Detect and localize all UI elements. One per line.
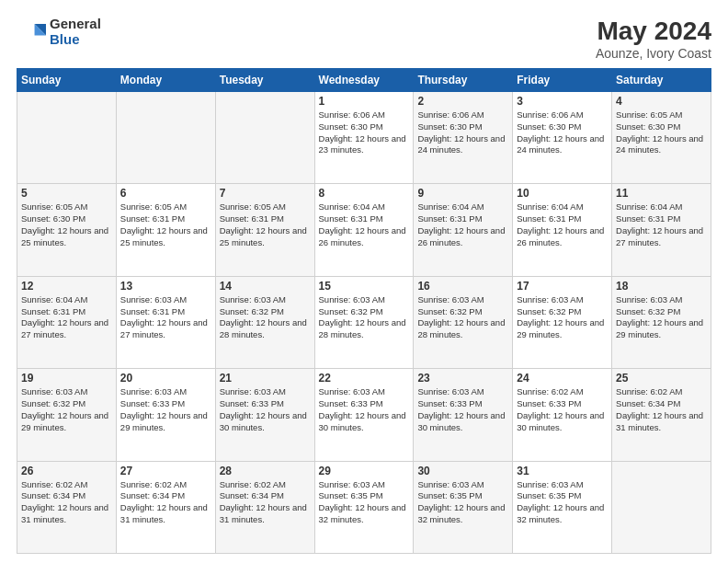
day-number: 21 [220,372,311,385]
calendar-cell [612,461,711,553]
calendar-cell: 3Sunrise: 6:06 AM Sunset: 6:30 PM Daylig… [513,92,612,184]
day-info: Sunrise: 6:03 AM Sunset: 6:35 PM Dayligh… [417,479,508,526]
logo-text: General Blue [50,17,101,47]
calendar-cell: 28Sunrise: 6:02 AM Sunset: 6:34 PM Dayli… [215,461,314,553]
calendar-cell: 1Sunrise: 6:06 AM Sunset: 6:30 PM Daylig… [314,92,414,184]
calendar-cell: 17Sunrise: 6:03 AM Sunset: 6:32 PM Dayli… [513,276,612,368]
calendar-cell: 23Sunrise: 6:03 AM Sunset: 6:33 PM Dayli… [414,369,513,461]
day-info: Sunrise: 6:05 AM Sunset: 6:31 PM Dayligh… [120,201,211,248]
calendar-cell: 31Sunrise: 6:03 AM Sunset: 6:35 PM Dayli… [513,461,612,553]
day-info: Sunrise: 6:04 AM Sunset: 6:31 PM Dayligh… [319,201,410,248]
page: General Blue May 2024 Aounze, Ivory Coas… [0,0,728,563]
day-number: 1 [319,95,410,108]
day-number: 20 [120,372,211,385]
day-info: Sunrise: 6:02 AM Sunset: 6:33 PM Dayligh… [517,386,608,433]
day-number: 28 [220,465,311,477]
logo-general: General [50,17,101,32]
day-info: Sunrise: 6:03 AM Sunset: 6:33 PM Dayligh… [319,386,410,433]
weekday-header: Thursday [414,69,513,92]
day-info: Sunrise: 6:02 AM Sunset: 6:34 PM Dayligh… [220,479,311,526]
day-number: 16 [417,280,508,293]
day-number: 6 [120,187,211,200]
day-number: 4 [616,95,707,108]
day-number: 9 [417,187,508,200]
day-info: Sunrise: 6:03 AM Sunset: 6:33 PM Dayligh… [220,386,311,433]
title-block: May 2024 Aounze, Ivory Coast [596,17,711,61]
location: Aounze, Ivory Coast [596,46,711,61]
day-info: Sunrise: 6:02 AM Sunset: 6:34 PM Dayligh… [616,386,707,433]
day-number: 17 [517,280,608,293]
day-info: Sunrise: 6:03 AM Sunset: 6:33 PM Dayligh… [417,386,508,433]
day-info: Sunrise: 6:03 AM Sunset: 6:31 PM Dayligh… [120,294,211,341]
day-info: Sunrise: 6:03 AM Sunset: 6:32 PM Dayligh… [417,294,508,341]
calendar-week-row: 1Sunrise: 6:06 AM Sunset: 6:30 PM Daylig… [17,92,711,184]
day-info: Sunrise: 6:03 AM Sunset: 6:32 PM Dayligh… [517,294,608,341]
calendar-cell: 7Sunrise: 6:05 AM Sunset: 6:31 PM Daylig… [215,184,314,276]
calendar-cell: 5Sunrise: 6:05 AM Sunset: 6:30 PM Daylig… [17,184,117,276]
calendar-cell: 6Sunrise: 6:05 AM Sunset: 6:31 PM Daylig… [116,184,215,276]
calendar-cell: 18Sunrise: 6:03 AM Sunset: 6:32 PM Dayli… [612,276,711,368]
day-number: 13 [120,280,211,293]
calendar-cell: 24Sunrise: 6:02 AM Sunset: 6:33 PM Dayli… [513,369,612,461]
calendar-cell: 19Sunrise: 6:03 AM Sunset: 6:32 PM Dayli… [17,369,117,461]
day-info: Sunrise: 6:02 AM Sunset: 6:34 PM Dayligh… [21,479,112,526]
calendar-table: SundayMondayTuesdayWednesdayThursdayFrid… [17,68,711,554]
day-number: 30 [417,465,508,477]
day-info: Sunrise: 6:05 AM Sunset: 6:30 PM Dayligh… [616,109,707,156]
day-info: Sunrise: 6:04 AM Sunset: 6:31 PM Dayligh… [616,201,707,248]
weekday-header: Sunday [17,69,117,92]
calendar-cell [116,92,215,184]
day-number: 2 [417,95,508,108]
calendar-cell: 8Sunrise: 6:04 AM Sunset: 6:31 PM Daylig… [314,184,414,276]
day-info: Sunrise: 6:03 AM Sunset: 6:32 PM Dayligh… [21,386,112,433]
day-info: Sunrise: 6:05 AM Sunset: 6:30 PM Dayligh… [21,201,112,248]
calendar-cell: 16Sunrise: 6:03 AM Sunset: 6:32 PM Dayli… [414,276,513,368]
day-number: 19 [21,372,112,385]
weekday-header: Monday [116,69,215,92]
day-number: 24 [517,372,608,385]
day-info: Sunrise: 6:04 AM Sunset: 6:31 PM Dayligh… [517,201,608,248]
day-info: Sunrise: 6:06 AM Sunset: 6:30 PM Dayligh… [417,109,508,156]
calendar-cell: 25Sunrise: 6:02 AM Sunset: 6:34 PM Dayli… [612,369,711,461]
day-number: 12 [21,280,112,293]
calendar-cell [215,92,314,184]
calendar-cell: 4Sunrise: 6:05 AM Sunset: 6:30 PM Daylig… [612,92,711,184]
weekday-header: Friday [513,69,612,92]
day-info: Sunrise: 6:04 AM Sunset: 6:31 PM Dayligh… [21,294,112,341]
calendar-cell: 20Sunrise: 6:03 AM Sunset: 6:33 PM Dayli… [116,369,215,461]
weekday-header: Tuesday [215,69,314,92]
calendar-week-row: 26Sunrise: 6:02 AM Sunset: 6:34 PM Dayli… [17,461,711,553]
calendar-cell: 22Sunrise: 6:03 AM Sunset: 6:33 PM Dayli… [314,369,414,461]
calendar-cell: 2Sunrise: 6:06 AM Sunset: 6:30 PM Daylig… [414,92,513,184]
calendar-week-row: 5Sunrise: 6:05 AM Sunset: 6:30 PM Daylig… [17,184,711,276]
logo-blue: Blue [50,32,101,48]
day-info: Sunrise: 6:04 AM Sunset: 6:31 PM Dayligh… [417,201,508,248]
calendar-cell: 30Sunrise: 6:03 AM Sunset: 6:35 PM Dayli… [414,461,513,553]
calendar-cell: 11Sunrise: 6:04 AM Sunset: 6:31 PM Dayli… [612,184,711,276]
day-number: 10 [517,187,608,200]
calendar-cell: 27Sunrise: 6:02 AM Sunset: 6:34 PM Dayli… [116,461,215,553]
calendar-cell: 10Sunrise: 6:04 AM Sunset: 6:31 PM Dayli… [513,184,612,276]
day-number: 27 [120,465,211,477]
day-number: 15 [319,280,410,293]
calendar-cell: 14Sunrise: 6:03 AM Sunset: 6:32 PM Dayli… [215,276,314,368]
calendar-cell [17,92,117,184]
day-info: Sunrise: 6:06 AM Sunset: 6:30 PM Dayligh… [517,109,608,156]
day-number: 3 [517,95,608,108]
calendar-cell: 15Sunrise: 6:03 AM Sunset: 6:32 PM Dayli… [314,276,414,368]
calendar-cell: 13Sunrise: 6:03 AM Sunset: 6:31 PM Dayli… [116,276,215,368]
day-info: Sunrise: 6:03 AM Sunset: 6:35 PM Dayligh… [319,479,410,526]
calendar-week-row: 19Sunrise: 6:03 AM Sunset: 6:32 PM Dayli… [17,369,711,461]
day-info: Sunrise: 6:03 AM Sunset: 6:35 PM Dayligh… [517,479,608,526]
day-number: 11 [616,187,707,200]
day-info: Sunrise: 6:03 AM Sunset: 6:32 PM Dayligh… [616,294,707,341]
day-number: 5 [21,187,112,200]
main-title: May 2024 [596,17,711,46]
calendar-cell: 29Sunrise: 6:03 AM Sunset: 6:35 PM Dayli… [314,461,414,553]
day-info: Sunrise: 6:06 AM Sunset: 6:30 PM Dayligh… [319,109,410,156]
header: General Blue May 2024 Aounze, Ivory Coas… [17,17,711,61]
weekday-header: Saturday [612,69,711,92]
day-number: 26 [21,465,112,477]
day-info: Sunrise: 6:03 AM Sunset: 6:32 PM Dayligh… [319,294,410,341]
logo: General Blue [17,17,101,47]
